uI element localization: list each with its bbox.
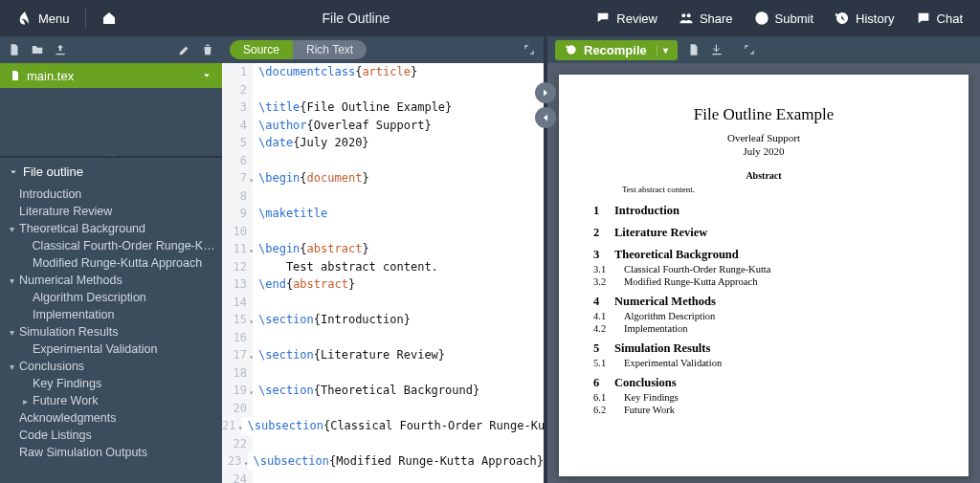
- home-button[interactable]: [92, 5, 126, 32]
- editor-line[interactable]: 5\date{July 2020}: [222, 134, 544, 152]
- outline-item[interactable]: Raw Simulation Outputs: [0, 444, 222, 461]
- new-folder-icon[interactable]: [31, 43, 44, 56]
- outline-item[interactable]: ▸Future Work: [0, 392, 222, 409]
- editor-line[interactable]: 4\author{Overleaf Support}: [222, 117, 544, 135]
- outline-item[interactable]: ▾Theoretical Background: [0, 220, 222, 237]
- outline-list[interactable]: IntroductionLiterature Review▾Theoretica…: [0, 186, 222, 483]
- code-content[interactable]: \author{Overleaf Support}: [253, 117, 544, 135]
- chat-button[interactable]: Chat: [906, 5, 972, 32]
- new-file-icon[interactable]: [8, 43, 21, 56]
- editor-line[interactable]: 2: [222, 81, 544, 99]
- code-content[interactable]: [253, 471, 544, 484]
- editor-line[interactable]: 21▾\subsection{Classical Fourth-Order Ru…: [222, 417, 544, 435]
- code-content[interactable]: [253, 152, 544, 170]
- recompile-dropdown[interactable]: ▾: [657, 45, 668, 55]
- pdf-viewer[interactable]: File Outline Example Overleaf Support Ju…: [547, 63, 980, 483]
- chevron-down-icon[interactable]: ▾: [6, 275, 17, 286]
- pane-splitter[interactable]: [544, 36, 547, 483]
- sync-left-button[interactable]: [535, 107, 556, 128]
- editor-line[interactable]: 14: [222, 294, 544, 312]
- editor-line[interactable]: 9\maketitle: [222, 205, 544, 223]
- chevron-down-icon[interactable]: ▾: [6, 327, 17, 338]
- code-content[interactable]: [253, 364, 544, 383]
- code-content[interactable]: \begin{abstract}: [253, 240, 544, 258]
- expand-icon[interactable]: [743, 43, 756, 56]
- editor-line[interactable]: 7▾\begin{document}: [222, 169, 544, 187]
- editor-line[interactable]: 12 Test abstract content.: [222, 258, 544, 276]
- review-button[interactable]: Review: [586, 5, 667, 32]
- chevron-right-icon[interactable]: ▸: [19, 396, 31, 406]
- upload-icon[interactable]: [54, 43, 67, 56]
- code-content[interactable]: \section{Theoretical Background}: [253, 382, 544, 400]
- outline-header[interactable]: File outline: [0, 157, 222, 186]
- outline-item[interactable]: Code Listings: [0, 427, 222, 444]
- recompile-button[interactable]: Recompile ▾: [555, 40, 678, 60]
- outline-item[interactable]: Algorithm Description: [0, 289, 222, 306]
- code-content[interactable]: \end{abstract}: [253, 275, 544, 294]
- delete-icon[interactable]: [201, 43, 214, 56]
- editor-line[interactable]: 16: [222, 329, 544, 347]
- outline-item[interactable]: Key Findings: [0, 375, 222, 392]
- code-content[interactable]: \section{Literature Review}: [253, 346, 544, 364]
- code-content[interactable]: \section{Introduction}: [253, 311, 544, 329]
- code-content[interactable]: [253, 435, 544, 453]
- editor-line[interactable]: 17▾\section{Literature Review}: [222, 346, 544, 364]
- code-content[interactable]: [253, 294, 544, 312]
- logs-icon[interactable]: [687, 43, 701, 56]
- outline-item[interactable]: Introduction: [0, 186, 222, 203]
- code-content[interactable]: \maketitle: [253, 205, 544, 223]
- outline-item[interactable]: ▾Numerical Methods: [0, 272, 222, 289]
- editor-line[interactable]: 15▾\section{Introduction}: [222, 311, 544, 329]
- editor-line[interactable]: 3\title{File Outline Example}: [222, 99, 544, 117]
- code-content[interactable]: \date{July 2020}: [253, 134, 544, 152]
- code-content[interactable]: \title{File Outline Example}: [253, 99, 544, 117]
- editor-line[interactable]: 6: [222, 152, 544, 170]
- code-content[interactable]: \subsection{Modified Runge-Kutta Approac…: [248, 452, 544, 471]
- outline-item-label: Algorithm Description: [31, 291, 146, 304]
- code-content[interactable]: [253, 223, 544, 241]
- line-number: 21▾: [222, 417, 241, 435]
- outline-item[interactable]: Modified Runge-Kutta Approach: [0, 254, 222, 272]
- editor-line[interactable]: 1\documentclass{article}: [222, 63, 544, 81]
- source-tab[interactable]: Source: [230, 40, 293, 59]
- editor-line[interactable]: 11▾\begin{abstract}: [222, 240, 544, 258]
- outline-item[interactable]: Implementation: [0, 306, 222, 323]
- code-content[interactable]: [253, 329, 544, 347]
- editor-line[interactable]: 18: [222, 364, 544, 383]
- share-button[interactable]: Share: [669, 5, 743, 32]
- rename-icon[interactable]: [178, 43, 191, 56]
- editor-line[interactable]: 10: [222, 223, 544, 241]
- expand-icon[interactable]: [523, 43, 536, 56]
- chevron-down-icon[interactable]: ▾: [6, 362, 17, 372]
- code-content[interactable]: [253, 81, 544, 99]
- code-content[interactable]: [253, 400, 544, 418]
- download-icon[interactable]: [710, 43, 724, 56]
- richtext-tab[interactable]: Rich Text: [293, 40, 367, 59]
- editor-line[interactable]: 23▾\subsection{Modified Runge-Kutta Appr…: [222, 452, 544, 471]
- editor-line[interactable]: 19▾\section{Theoretical Background}: [222, 382, 544, 400]
- editor-line[interactable]: 20: [222, 400, 544, 418]
- outline-item[interactable]: ▾Conclusions: [0, 358, 222, 375]
- editor-line[interactable]: 24: [222, 471, 544, 484]
- sync-right-button[interactable]: [535, 82, 556, 103]
- history-button[interactable]: History: [825, 5, 903, 32]
- submit-button[interactable]: Submit: [745, 5, 823, 32]
- chevron-down-icon[interactable]: [201, 70, 212, 81]
- code-editor[interactable]: 1\documentclass{article}23\title{File Ou…: [222, 63, 544, 483]
- code-content[interactable]: [253, 187, 544, 206]
- outline-item[interactable]: Classical Fourth-Order Runge-Kutta: [0, 237, 222, 254]
- code-content[interactable]: \begin{document}: [253, 169, 544, 187]
- editor-line[interactable]: 8: [222, 187, 544, 206]
- editor-line[interactable]: 22: [222, 435, 544, 453]
- file-maintex[interactable]: main.tex: [0, 63, 222, 88]
- code-content[interactable]: \subsection{Classical Fourth-Order Runge…: [241, 417, 544, 435]
- outline-item[interactable]: Experimental Validation: [0, 340, 222, 358]
- outline-item[interactable]: ▾Simulation Results: [0, 323, 222, 340]
- outline-item[interactable]: Acknowledgments: [0, 409, 222, 427]
- outline-item[interactable]: Literature Review: [0, 203, 222, 220]
- editor-line[interactable]: 13\end{abstract}: [222, 275, 544, 294]
- overleaf-logo[interactable]: Menu: [8, 5, 79, 32]
- code-content[interactable]: \documentclass{article}: [253, 63, 544, 81]
- chevron-down-icon[interactable]: ▾: [6, 224, 17, 234]
- code-content[interactable]: Test abstract content.: [253, 258, 544, 276]
